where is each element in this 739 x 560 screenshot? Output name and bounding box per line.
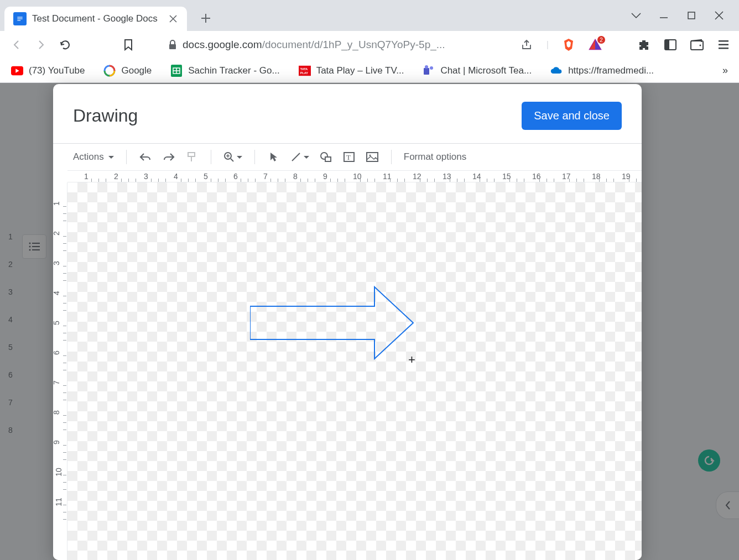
textbox-tool[interactable]: T — [340, 148, 358, 166]
paint-format-button[interactable] — [183, 148, 201, 166]
new-tab-button[interactable] — [196, 8, 216, 28]
bookmark-label: Tata Play – Live TV... — [316, 65, 404, 76]
svg-point-23 — [425, 65, 428, 69]
actions-menu[interactable]: Actions — [71, 148, 116, 166]
docs-favicon-icon — [13, 12, 27, 25]
svg-rect-10 — [719, 44, 728, 46]
line-tool[interactable] — [288, 148, 311, 166]
svg-rect-4 — [169, 44, 176, 49]
sheets-icon — [170, 65, 183, 77]
sidepanel-icon[interactable] — [664, 38, 677, 51]
svg-rect-3 — [688, 12, 695, 19]
bookmark-label: Sachin Tracker - Go... — [188, 65, 279, 76]
url-text: docs.google.com/document/d/1hP_y_UsnQ7Yo… — [183, 39, 445, 51]
vertical-ruler[interactable]: 1234567891011 — [53, 182, 67, 560]
brave-icon[interactable] — [562, 38, 575, 51]
address-bar-row: docs.google.com/document/d/1hP_y_UsnQ7Yo… — [0, 31, 739, 59]
svg-point-44 — [369, 155, 371, 156]
select-tool[interactable] — [265, 148, 283, 166]
svg-line-35 — [231, 159, 233, 161]
svg-rect-2 — [17, 20, 20, 20]
nav-forward-button[interactable] — [33, 37, 49, 53]
window-controls — [616, 0, 739, 31]
bookmarks-overflow-icon[interactable]: » — [722, 65, 728, 76]
bookmark-label: Chat | Microsoft Tea... — [440, 65, 532, 76]
zoom-button[interactable] — [221, 148, 244, 166]
tab-strip: Test Document - Google Docs — [0, 0, 739, 31]
menu-icon[interactable] — [717, 38, 730, 51]
youtube-icon — [11, 65, 23, 77]
bookmark-sheets[interactable]: Sachin Tracker - Go... — [170, 65, 279, 77]
svg-rect-43 — [367, 153, 378, 161]
crosshair-cursor-icon: + — [408, 353, 415, 367]
bookmark-framed[interactable]: https://framedmedi... — [550, 65, 654, 77]
shape-tool[interactable] — [317, 148, 335, 166]
tab-close-icon[interactable] — [168, 14, 178, 24]
svg-rect-11 — [719, 48, 728, 49]
arrow-shape[interactable] — [250, 284, 416, 367]
share-icon[interactable] — [520, 38, 533, 51]
drawing-modal: Drawing Save and close Actions T Format … — [53, 84, 642, 560]
redo-button[interactable] — [160, 148, 178, 166]
brave-rewards-icon[interactable]: 2 — [589, 38, 602, 51]
svg-text:T: T — [346, 153, 351, 161]
svg-rect-21 — [424, 68, 429, 75]
drawing-toolbar: Actions T Format options — [53, 144, 642, 170]
window-minimize-icon[interactable] — [657, 9, 670, 22]
bookmark-teams[interactable]: Chat | Microsoft Tea... — [423, 65, 532, 77]
svg-point-22 — [430, 66, 433, 70]
bookmark-label: Google — [121, 65, 152, 76]
teams-icon — [423, 65, 435, 77]
bookmark-page-icon[interactable] — [121, 37, 136, 53]
svg-rect-1 — [17, 18, 22, 19]
window-maximize-icon[interactable] — [685, 9, 698, 22]
modal-header: Drawing Save and close — [53, 84, 642, 143]
bookmark-label: https://framedmedi... — [568, 65, 654, 76]
svg-rect-0 — [17, 17, 22, 18]
nav-reload-button[interactable] — [58, 37, 73, 53]
browser-tab[interactable]: Test Document - Google Docs — [4, 7, 187, 31]
modal-title: Drawing — [73, 106, 138, 126]
bookmark-google[interactable]: Google — [103, 65, 152, 77]
svg-line-38 — [292, 153, 300, 161]
svg-text:PLAY: PLAY — [300, 71, 308, 75]
extensions-icon[interactable] — [637, 38, 650, 51]
horizontal-ruler[interactable]: 12345678910111213141516171819 — [67, 170, 642, 182]
lock-icon — [167, 39, 178, 50]
window-dropdown-icon[interactable] — [629, 9, 643, 22]
bookmarks-bar: (73) YouTube Google Sachin Tracker - Go.… — [0, 59, 739, 83]
svg-rect-6 — [665, 40, 669, 50]
svg-rect-7 — [691, 41, 703, 50]
browser-chrome: Test Document - Google Docs docs.google.… — [0, 0, 739, 83]
bookmark-youtube[interactable]: (73) YouTube — [11, 65, 85, 77]
notification-badge: 2 — [597, 36, 605, 44]
google-icon — [103, 65, 116, 77]
bookmark-label: (73) YouTube — [29, 65, 85, 76]
image-tool[interactable] — [363, 148, 381, 166]
format-options-button[interactable]: Format options — [402, 148, 469, 166]
svg-rect-40 — [325, 157, 331, 161]
bookmark-tata[interactable]: TATAPLAYTata Play – Live TV... — [299, 65, 404, 77]
tata-icon: TATAPLAY — [299, 65, 311, 77]
address-bar[interactable]: docs.google.com/document/d/1hP_y_UsnQ7Yo… — [167, 39, 445, 51]
onedrive-icon — [550, 65, 563, 77]
drawing-canvas[interactable]: + — [67, 182, 642, 560]
nav-back-button[interactable] — [9, 37, 24, 53]
undo-button[interactable] — [137, 148, 154, 166]
wallet-icon[interactable] — [690, 38, 704, 51]
svg-text:TATA: TATA — [300, 67, 307, 71]
save-and-close-button[interactable]: Save and close — [522, 102, 622, 130]
window-close-icon[interactable] — [712, 9, 726, 22]
svg-rect-33 — [188, 153, 195, 156]
svg-rect-9 — [719, 40, 728, 42]
tab-title: Test Document - Google Docs — [32, 13, 163, 24]
svg-point-8 — [700, 45, 701, 46]
